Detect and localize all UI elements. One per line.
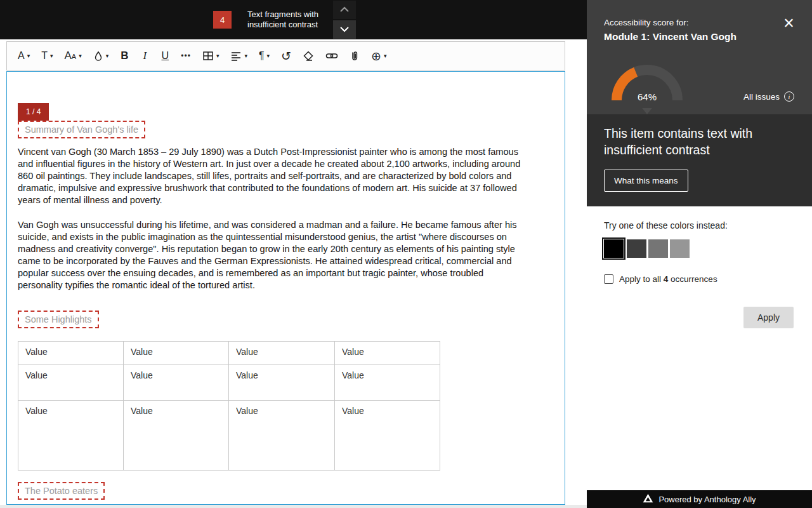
anthology-logo-icon bbox=[643, 493, 653, 505]
table-row: Value Value Value Value bbox=[18, 401, 440, 471]
flagged-heading-potato-eaters[interactable]: The Potato eaters bbox=[18, 482, 105, 500]
table-cell: Value bbox=[335, 365, 440, 401]
more-formatting-button[interactable]: ••• bbox=[175, 44, 197, 67]
undo-icon: ↺ bbox=[281, 49, 291, 64]
chevron-down-icon: ▾ bbox=[244, 53, 247, 59]
table-row: Value Value Value Value bbox=[18, 365, 440, 401]
underline-button[interactable]: U bbox=[155, 44, 175, 67]
align-left-icon bbox=[230, 51, 242, 61]
highlight-color-icon bbox=[93, 50, 103, 62]
highlight-color-button[interactable]: ▾ bbox=[88, 44, 115, 67]
ally-feedback-panel: Accessibility score for: Module 1: Vince… bbox=[587, 0, 812, 508]
ally-accessibility-checker: { "topbar": { "badge_count": "4", "label… bbox=[0, 0, 812, 508]
chevron-down-icon: ▾ bbox=[79, 53, 82, 59]
info-icon: i bbox=[784, 91, 794, 102]
bold-icon: B bbox=[121, 50, 128, 62]
flag-position-badge: 1 / 4 bbox=[18, 103, 49, 121]
table-cell: Value bbox=[335, 342, 440, 365]
apply-all-suffix: occurrences bbox=[671, 274, 717, 284]
color-swatch-light-gray[interactable] bbox=[670, 239, 690, 258]
issue-message: This item contains text with insufficien… bbox=[604, 125, 788, 158]
paragraph-van-gogh-legacy: Van Gogh was unsuccessful during his lif… bbox=[18, 219, 529, 291]
flagged-heading-summary[interactable]: Summary of Van Gogh's life bbox=[18, 121, 145, 138]
table-cell: Value bbox=[124, 401, 229, 471]
alignment-button[interactable]: ▾ bbox=[225, 44, 253, 67]
attachment-button[interactable] bbox=[344, 44, 365, 67]
font-size-icon: AA bbox=[65, 50, 77, 62]
table-icon bbox=[202, 50, 214, 62]
table-cell: Value bbox=[18, 342, 124, 365]
highlights-table: Value Value Value Value Value Value Valu… bbox=[18, 341, 440, 471]
table-cell: Value bbox=[229, 401, 335, 471]
apply-all-row: Apply to all 4 occurrences bbox=[604, 274, 717, 284]
page-background-strip bbox=[0, 505, 587, 508]
issue-summary-bar: 4 Text fragments with insufficient contr… bbox=[0, 0, 587, 39]
issue-count-badge: 4 bbox=[213, 11, 232, 29]
apply-all-prefix: Apply to all bbox=[619, 274, 661, 284]
table-cell: Value bbox=[18, 365, 124, 401]
chevron-down-icon: ▾ bbox=[216, 53, 219, 59]
table-cell: Value bbox=[229, 342, 335, 365]
table-cell: Value bbox=[124, 342, 229, 365]
apply-all-label: Apply to all 4 occurrences bbox=[619, 274, 717, 284]
chevron-down-icon: ▾ bbox=[106, 53, 109, 59]
chevron-down-icon bbox=[339, 25, 350, 34]
eraser-icon bbox=[303, 50, 314, 62]
color-swatch-dark-gray[interactable] bbox=[627, 239, 646, 258]
more-icon: ••• bbox=[181, 51, 191, 60]
document-content: 1 / 4 Summary of Van Gogh's life Vincent… bbox=[7, 72, 565, 505]
paragraph-van-gogh-bio: Vincent van Gogh (30 March 1853 – 29 Jul… bbox=[18, 146, 529, 206]
italic-icon: I bbox=[143, 50, 147, 62]
issue-navigation bbox=[333, 1, 356, 39]
table-cell: Value bbox=[18, 401, 124, 471]
chevron-down-icon: ▾ bbox=[50, 53, 53, 59]
what-this-means-button[interactable]: What this means bbox=[604, 170, 688, 192]
flagged-heading-highlights[interactable]: Some Highlights bbox=[18, 311, 99, 328]
link-icon bbox=[325, 51, 338, 60]
color-swatch-gray[interactable] bbox=[648, 239, 668, 258]
italic-button[interactable]: I bbox=[134, 44, 155, 67]
color-swatch-black[interactable] bbox=[604, 239, 624, 258]
table-cell: Value bbox=[229, 365, 335, 401]
score-for-label: Accessibility score for: bbox=[604, 18, 689, 27]
issue-description-section: This item contains text with insufficien… bbox=[587, 114, 812, 206]
previous-issue-button[interactable] bbox=[333, 1, 356, 19]
insert-content-button[interactable]: ⊕ ▾ bbox=[365, 44, 392, 67]
table-row: Value Value Value Value bbox=[18, 342, 440, 365]
chevron-down-icon: ▾ bbox=[27, 53, 30, 59]
try-colors-label: Try one of these colors instead: bbox=[604, 220, 728, 231]
underline-icon: U bbox=[161, 50, 169, 62]
text-style-icon: T bbox=[41, 50, 48, 62]
link-button[interactable] bbox=[320, 44, 344, 67]
all-issues-button[interactable]: All issues i bbox=[740, 91, 798, 102]
undo-button[interactable]: ↺ bbox=[275, 44, 297, 67]
close-icon: × bbox=[783, 13, 794, 33]
close-panel-button[interactable]: × bbox=[780, 13, 798, 34]
module-title: Module 1: Vincent Van Gogh bbox=[604, 31, 737, 43]
apply-all-checkbox[interactable] bbox=[604, 274, 613, 284]
table-cell: Value bbox=[335, 401, 440, 471]
paragraph-button[interactable]: ¶ ▾ bbox=[253, 44, 275, 67]
powered-by-footer[interactable]: Powered by Anthology Ally bbox=[587, 490, 812, 508]
text-color-icon: A bbox=[18, 50, 25, 62]
score-value: 64% bbox=[610, 91, 684, 102]
editor-content-area[interactable]: 1 / 4 Summary of Van Gogh's life Vincent… bbox=[6, 71, 565, 505]
apply-button[interactable]: Apply bbox=[743, 307, 794, 328]
paperclip-icon bbox=[350, 50, 360, 62]
text-color-button[interactable]: A ▾ bbox=[12, 44, 36, 67]
powered-by-label: Powered by Anthology Ally bbox=[658, 495, 756, 504]
font-size-button[interactable]: AA ▾ bbox=[59, 44, 88, 67]
next-issue-button[interactable] bbox=[333, 20, 356, 39]
add-circle-icon: ⊕ bbox=[371, 49, 381, 64]
bold-button[interactable]: B bbox=[114, 44, 134, 67]
rich-text-editor: A ▾ T ▾ AA ▾ ▾ B I U ••• bbox=[0, 39, 587, 508]
table-button[interactable]: ▾ bbox=[197, 44, 225, 67]
occurrences-count: 4 bbox=[664, 274, 669, 284]
color-suggestions bbox=[604, 239, 690, 258]
text-style-button[interactable]: T ▾ bbox=[36, 44, 58, 67]
gauge-pointer-icon bbox=[642, 108, 652, 114]
clear-formatting-button[interactable] bbox=[297, 44, 320, 67]
chevron-down-icon: ▾ bbox=[384, 53, 387, 59]
chevron-down-icon: ▾ bbox=[267, 53, 270, 59]
editor-toolbar: A ▾ T ▾ AA ▾ ▾ B I U ••• bbox=[6, 41, 565, 70]
